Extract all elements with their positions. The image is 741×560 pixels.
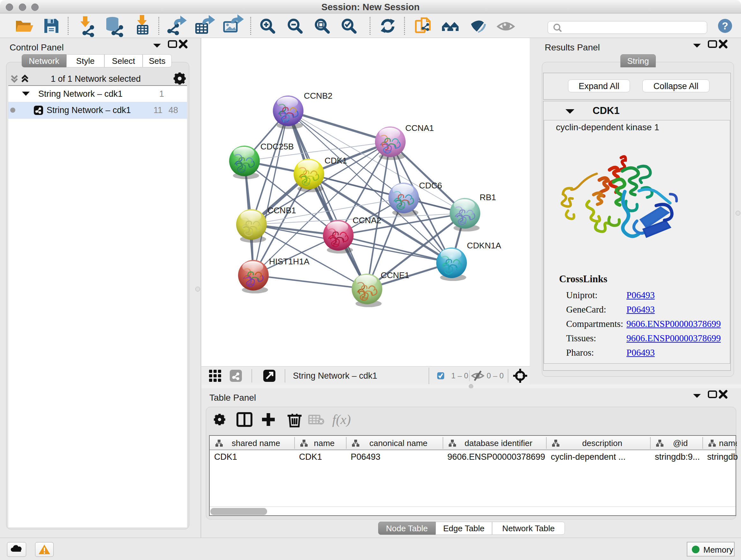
svg-text:CCNE1: CCNE1 bbox=[381, 270, 409, 280]
svg-text:CCNB2: CCNB2 bbox=[304, 91, 333, 101]
svg-text:f(x): f(x) bbox=[332, 412, 351, 427]
svg-text:CDC6: CDC6 bbox=[419, 181, 442, 190]
svg-text:namespace: namespace bbox=[719, 438, 737, 448]
svg-text:HIST1H1A: HIST1H1A bbox=[269, 257, 310, 266]
svg-text:CDC25B: CDC25B bbox=[260, 142, 294, 151]
svg-text:CCNA2: CCNA2 bbox=[353, 215, 381, 225]
svg-text:CCNA1: CCNA1 bbox=[405, 123, 434, 133]
svg-text:CDK1: CDK1 bbox=[325, 156, 347, 165]
svg-text:canonical name: canonical name bbox=[369, 438, 427, 448]
svg-text:CCNB1: CCNB1 bbox=[267, 206, 296, 215]
svg-text:RB1: RB1 bbox=[480, 192, 496, 202]
svg-text:shared name: shared name bbox=[232, 438, 280, 448]
svg-text:1 – 0: 1 – 0 bbox=[451, 371, 468, 380]
svg-text:@id: @id bbox=[673, 438, 688, 448]
svg-text:String Network – cdk1: String Network – cdk1 bbox=[293, 371, 377, 381]
svg-text:database identifier: database identifier bbox=[465, 438, 533, 448]
svg-text:name: name bbox=[314, 438, 334, 448]
svg-text:0 – 0: 0 – 0 bbox=[487, 371, 503, 380]
svg-text:CDKN1A: CDKN1A bbox=[467, 241, 501, 250]
svg-text:1 of 1 Network selected: 1 of 1 Network selected bbox=[51, 74, 141, 84]
svg-text:?: ? bbox=[722, 20, 728, 32]
svg-text:description: description bbox=[582, 438, 622, 448]
